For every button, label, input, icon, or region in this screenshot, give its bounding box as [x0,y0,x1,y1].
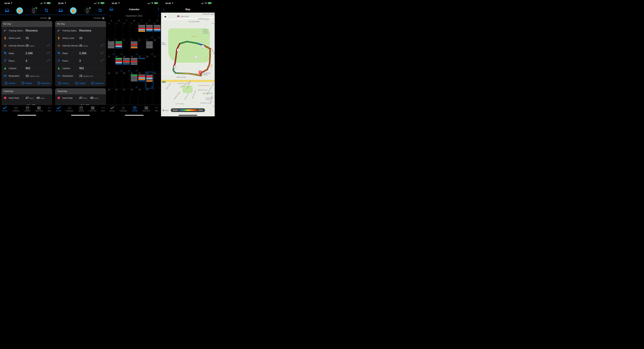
scroll-area[interactable]: My Day Training StatusRecoveryStress Lev… [0,21,54,105]
tab-more[interactable]: More [155,106,158,112]
tab-calendar[interactable]: 31Calendar [78,106,84,112]
calendar-day-25[interactable]: 25 [108,88,115,105]
calendar-day-23[interactable]: 23+1 [146,72,153,88]
calendar-day-22[interactable]: 22 [138,72,146,88]
stat-row-calories[interactable]: Calories952 [55,65,106,72]
calendar-day-12[interactable]: 12+1 [115,55,122,72]
more-icon[interactable] [158,8,159,11]
calendar-day-29[interactable]: 29 [115,22,122,39]
tab-calendar[interactable]: 31Calendar [132,106,138,112]
activity-bars [146,41,153,48]
stat-row-steps[interactable]: Steps2,266 [55,49,106,57]
tab-my-day[interactable]: My Day [2,106,8,112]
heart-rate-row[interactable]: Heart Rate 47REST 85HIGH [2,94,52,102]
tab-challenges[interactable]: Challenges [120,106,127,112]
calendar-day-29[interactable]: 29 [138,88,146,105]
stat-row-floors[interactable]: Floors3 [55,57,106,65]
stat-row-calories[interactable]: Calories952 [2,65,52,72]
back-button[interactable]: ‹ [163,7,164,11]
calendar-day-28[interactable]: 28 [108,22,115,39]
activity-bar [131,64,138,65]
stat-row-respiration[interactable]: Respiration15 AWAKE AVG [55,72,106,79]
calendar-day-10[interactable]: 10 [153,39,161,55]
map-area[interactable]: Maps Slower Faster BATHURST GARDENSTUBBS… [161,12,215,116]
calendar-day-30[interactable]: 30 [122,22,130,39]
calendar-day-27[interactable]: 27 [122,88,130,105]
stat-row-respiration[interactable]: Respiration15 AWAKE AVG [2,72,52,79]
tab-challenges[interactable]: Challenges [66,106,73,112]
calendar-day-8[interactable]: 8 [138,39,146,55]
add-hydration-button[interactable]: +Hydration [89,80,106,86]
stat-row-stress-level[interactable]: Stress Level15 [55,34,106,42]
home-indicator[interactable] [18,115,36,116]
calendar-day-18[interactable]: 18 [108,72,115,88]
calendar-day-19[interactable]: 19 [115,72,122,88]
calendar-day-31[interactable]: 31 [130,22,138,39]
calendar-day-24[interactable]: 24 [153,72,161,88]
expand-toggle[interactable]: EXPAND [54,15,107,21]
calendar-day-28[interactable]: 28 [130,88,138,105]
add-activity-button[interactable]: +Activity [2,80,18,86]
my-day-card: My Day Training StatusRecoveryStress Lev… [55,21,106,86]
calendar-day-20[interactable]: 20 [122,72,130,88]
home-indicator[interactable] [71,115,90,116]
calendar-day-1[interactable]: 1 [153,88,161,105]
stat-row-intensity-minutes[interactable]: Intensity Minutes25 WEEK [2,42,52,49]
avatar[interactable] [16,7,23,14]
add-weight-button[interactable]: +Weight [18,80,35,86]
avatar[interactable] [70,7,76,14]
add-weight-button[interactable]: +Weight [72,80,89,86]
sync-icon[interactable] [98,8,102,13]
add-activity-button[interactable]: +Activity [55,80,72,86]
sync-icon[interactable] [44,8,48,13]
calendar-day-21[interactable]: 21+4 [130,72,138,88]
device-watch[interactable]: 10:09 [84,7,91,14]
calendar-day-7[interactable]: 7+1 [130,39,138,55]
tab-more[interactable]: More [102,106,105,112]
calendar-day-9[interactable]: 9+2 [146,39,153,55]
tab-my-day[interactable]: My Day [110,106,115,112]
calendar-day-4[interactable]: 4+3 [108,39,115,55]
calendar-day-17[interactable]: 17 [153,55,161,72]
tab-news-feed[interactable]: News Feed [143,106,150,112]
calendar-day-14[interactable]: 14+4 [130,55,138,72]
expand-toggle[interactable]: EXPAND [0,15,54,21]
add-hydration-button[interactable]: +Hydration [36,80,52,86]
stat-row-stress-level[interactable]: Stress Level15 [2,34,52,42]
tab-challenges[interactable]: Challenges [12,106,20,112]
prev-month-button[interactable]: ‹ [110,14,110,17]
stat-row-steps[interactable]: Steps2,266 [2,49,52,57]
tab-calendar[interactable]: 31Calendar [24,106,30,112]
heart-rate-row[interactable]: Heart Rate 47REST 85HIGH [55,94,106,102]
calendar-day-6[interactable]: 6 [122,39,130,55]
stat-row-intensity-minutes[interactable]: Intensity Minutes25 WEEK [55,42,106,49]
home-indicator[interactable] [125,115,144,116]
tab-news-feed[interactable]: News Feed [36,106,43,112]
tab-more[interactable]: More [48,106,51,112]
tab-my-day[interactable]: My Day [56,106,61,112]
body-battery-row[interactable]: Body Battery +2 / -30 [2,102,52,105]
inbox-icon[interactable] [5,9,9,12]
stat-row-floors[interactable]: Floors3 [2,57,52,65]
calendar-day-3[interactable]: 3+1 [153,22,161,39]
body-battery-row[interactable]: Body Battery +2 / -30 [55,102,106,105]
next-month-button[interactable]: › [158,14,159,17]
scroll-area[interactable]: My Day Training StatusRecoveryStress Lev… [54,21,107,105]
stat-row-training-status[interactable]: Training StatusRecovery [2,27,52,34]
home-indicator[interactable] [178,115,197,116]
device-watch[interactable]: 10:09 [30,7,37,14]
calendar-day-26[interactable]: 26 [115,88,122,105]
calendar-day-30[interactable]: 30 [146,88,153,105]
calendar-day-1[interactable]: 1 [138,22,146,39]
tab-news-feed[interactable]: News Feed [89,106,96,112]
layers-button[interactable] [163,14,168,19]
stat-row-training-status[interactable]: Training StatusRecovery [55,27,106,34]
inbox-icon[interactable] [59,9,62,12]
calendar-day-2[interactable]: 2+1 [146,22,153,39]
calendar-day-5[interactable]: 5+1 [115,39,122,55]
calendar-day-13[interactable]: 13+2 [122,55,130,72]
calendar-day-16[interactable]: 16 [146,55,153,72]
inbox-icon[interactable] [110,8,113,11]
calendar-day-11[interactable]: 11 [108,55,115,72]
calendar-day-15[interactable]: 15 [138,55,146,72]
